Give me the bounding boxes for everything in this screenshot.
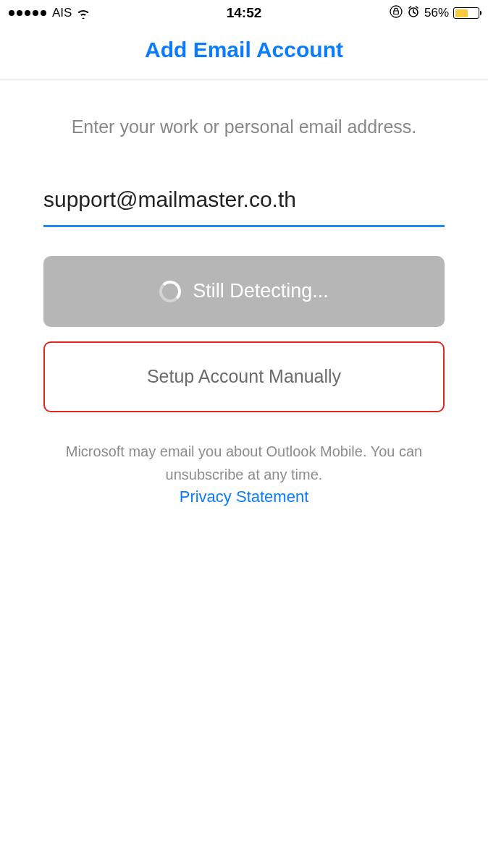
manual-label: Setup Account Manually bbox=[147, 366, 341, 387]
email-field[interactable] bbox=[43, 182, 445, 227]
still-detecting-button[interactable]: Still Detecting... bbox=[43, 256, 445, 327]
spinner-icon bbox=[159, 281, 181, 302]
carrier-label: AIS bbox=[52, 6, 72, 20]
battery-percent: 56% bbox=[424, 6, 449, 20]
privacy-statement-link[interactable]: Privacy Statement bbox=[43, 488, 445, 506]
status-right: 56% bbox=[390, 5, 479, 22]
clock: 14:52 bbox=[227, 5, 262, 21]
instruction-text: Enter your work or personal email addres… bbox=[43, 80, 445, 182]
status-left: AIS bbox=[9, 6, 91, 20]
disclaimer-text: Microsoft may email you about Outlook Mo… bbox=[43, 440, 445, 486]
page-title: Add Email Account bbox=[0, 38, 488, 62]
status-bar: AIS 14:52 56% bbox=[0, 0, 488, 26]
detecting-label: Still Detecting... bbox=[193, 280, 329, 302]
page-header: Add Email Account bbox=[0, 26, 488, 80]
signal-strength-icon bbox=[9, 10, 46, 16]
main-content: Enter your work or personal email addres… bbox=[0, 80, 488, 506]
battery-icon bbox=[453, 7, 479, 19]
svg-point-0 bbox=[390, 6, 402, 17]
setup-manually-button[interactable]: Setup Account Manually bbox=[43, 341, 445, 412]
wifi-icon bbox=[76, 8, 91, 19]
orientation-lock-icon bbox=[390, 5, 403, 22]
alarm-icon bbox=[407, 5, 420, 22]
